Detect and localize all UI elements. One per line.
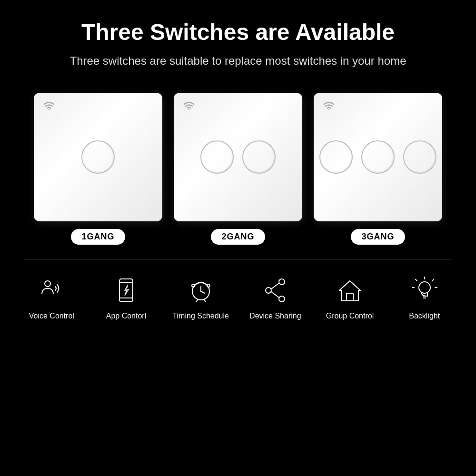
app-icon — [109, 274, 143, 307]
voice-icon — [35, 274, 68, 307]
share-icon — [258, 274, 292, 307]
svg-point-13 — [207, 284, 210, 287]
switch-panel-1gang — [34, 93, 162, 221]
feature-label-timing: Timing Schedule — [172, 312, 229, 320]
feature-label-sharing: Device Sharing — [249, 312, 301, 320]
svg-point-16 — [279, 296, 285, 302]
feature-backlight: Backlight — [387, 274, 462, 320]
buttons-3gang — [319, 140, 436, 174]
feature-group-control: Group Control — [313, 274, 387, 320]
switch-item-3gang: 3GANG — [314, 93, 442, 245]
features-row: Voice Control App Contorl — [0, 274, 476, 320]
switch-panel-2gang — [174, 93, 302, 221]
touch-button-2a[interactable] — [200, 140, 234, 174]
bulb-icon — [408, 274, 441, 307]
svg-point-12 — [192, 284, 195, 287]
feature-label-voice: Voice Control — [29, 312, 74, 320]
svg-point-3 — [45, 281, 50, 287]
gang-label-2: 2GANG — [211, 229, 265, 245]
header-section: Three Switches are Available Three switc… — [60, 0, 416, 79]
switch-item-2gang: 2GANG — [174, 93, 302, 245]
divider — [24, 259, 452, 259]
wifi-icon-2gang — [182, 100, 196, 110]
touch-button-3a[interactable] — [319, 140, 353, 174]
touch-button-2b[interactable] — [242, 140, 276, 174]
svg-line-26 — [416, 279, 417, 281]
feature-label-group: Group Control — [326, 312, 374, 320]
buttons-1gang — [81, 140, 115, 174]
svg-point-0 — [49, 109, 50, 109]
home-icon — [333, 274, 367, 307]
feature-label-backlight: Backlight — [409, 312, 440, 320]
main-title: Three Switches are Available — [70, 19, 407, 45]
gang-label-1: 1GANG — [71, 229, 125, 245]
touch-button-3b[interactable] — [361, 140, 395, 174]
svg-point-15 — [266, 288, 271, 293]
touch-button-3c[interactable] — [403, 140, 436, 174]
gang-label-3: 3GANG — [351, 229, 405, 245]
feature-device-sharing: Device Sharing — [238, 274, 313, 320]
svg-point-1 — [188, 109, 189, 109]
svg-line-18 — [271, 292, 279, 298]
buttons-2gang — [200, 140, 276, 174]
svg-line-11 — [204, 300, 206, 302]
svg-point-2 — [328, 109, 329, 109]
svg-line-24 — [432, 279, 434, 281]
svg-point-14 — [279, 279, 285, 285]
main-subtitle: Three switches are suitable to replace m… — [70, 53, 407, 69]
switch-item-1gang: 1GANG — [34, 93, 162, 245]
svg-line-17 — [271, 283, 279, 289]
feature-timing: Timing Schedule — [163, 274, 238, 320]
feature-app-control: App Contorl — [89, 274, 164, 320]
switch-panel-3gang — [314, 93, 442, 221]
clock-icon — [184, 274, 218, 307]
svg-point-20 — [419, 282, 430, 293]
svg-line-9 — [201, 291, 205, 293]
feature-voice-control: Voice Control — [14, 274, 89, 320]
touch-button-1[interactable] — [81, 140, 115, 174]
svg-rect-19 — [347, 293, 353, 301]
wifi-icon-1gang — [42, 100, 56, 110]
wifi-icon-3gang — [322, 100, 336, 110]
switches-row: 1GANG 2GANG — [15, 79, 461, 249]
svg-line-10 — [196, 300, 198, 302]
feature-label-app: App Contorl — [106, 312, 147, 320]
